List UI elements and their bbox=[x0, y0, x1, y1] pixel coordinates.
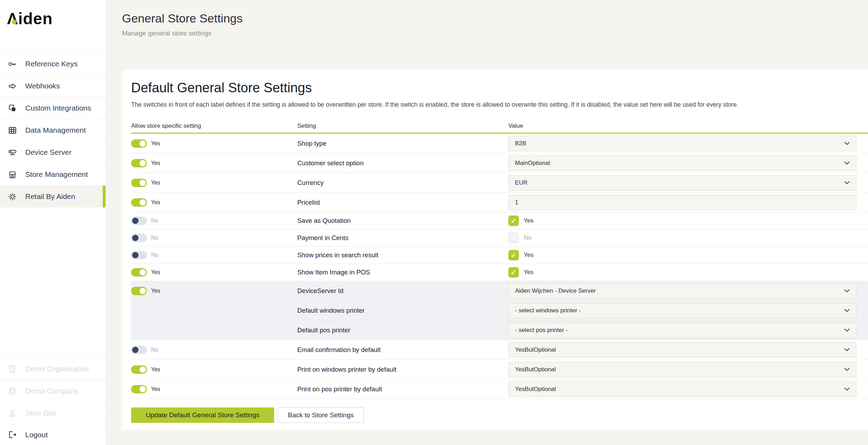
page-header: General Store Settings Manage general st… bbox=[106, 0, 868, 53]
sidebar-item-device-server[interactable]: Device Server bbox=[0, 141, 106, 163]
toggle-state-label: No bbox=[151, 347, 158, 353]
settings-row-currency: Yes Currency EUR bbox=[131, 173, 868, 193]
logo-dot bbox=[12, 20, 16, 24]
sidebar-item-demo-organization[interactable]: Demo Organization bbox=[0, 358, 106, 380]
content-area: Default General Store Settings The switc… bbox=[106, 53, 868, 445]
checkbox-label: Yes bbox=[524, 217, 534, 224]
sidebar-item-retail-by-aiden[interactable]: Retail By Aiden bbox=[0, 185, 106, 207]
chevron-down-icon bbox=[844, 348, 850, 351]
allow-store-toggle[interactable] bbox=[131, 268, 147, 277]
toggle-state-label: No bbox=[151, 218, 158, 224]
allow-cell: Yes bbox=[131, 385, 297, 393]
value-cell bbox=[508, 195, 868, 210]
value-select[interactable]: Aiden Wijchen - Device Server bbox=[508, 283, 856, 299]
value-select[interactable]: - select pos printer - bbox=[508, 323, 856, 338]
selected-value: - select pos printer - bbox=[515, 327, 568, 334]
sidebar-item-webhooks[interactable]: Webhooks bbox=[0, 75, 106, 97]
allow-store-toggle[interactable] bbox=[131, 385, 147, 393]
toggle-knob bbox=[140, 386, 146, 392]
value-select[interactable]: YesButOptional bbox=[508, 342, 856, 358]
toggle-knob bbox=[140, 199, 146, 206]
settings-row-deviceserver-id: Yes DeviceServer Id Aiden Wijchen - Devi… bbox=[131, 281, 868, 301]
allow-cell: Yes bbox=[131, 179, 297, 187]
value-checkbox[interactable]: ✓ bbox=[508, 267, 519, 278]
allow-store-toggle[interactable] bbox=[131, 179, 147, 187]
card-title: Default General Store Settings bbox=[131, 80, 868, 95]
allow-store-toggle[interactable] bbox=[131, 251, 147, 259]
checkbox-wrap: ✓Yes bbox=[508, 215, 856, 226]
allow-cell: No bbox=[131, 346, 297, 354]
chevron-down-icon bbox=[844, 142, 850, 145]
value-checkbox[interactable]: ✓ bbox=[508, 250, 519, 260]
value-cell: YesButOptional bbox=[508, 362, 868, 377]
settings-row-print-on-windows-printer-by-default: Yes Print on windows printer by default … bbox=[131, 360, 868, 379]
toggle-knob bbox=[140, 140, 146, 147]
sidebar-item-reference-keys[interactable]: Reference Keys bbox=[0, 53, 106, 75]
value-select[interactable]: EUR bbox=[508, 175, 856, 191]
allow-cell: No bbox=[131, 234, 297, 242]
setting-label: Show Item Image in POS bbox=[297, 268, 508, 276]
back-to-store-settings-button[interactable]: Back to Store Settings bbox=[278, 407, 364, 423]
sidebar-item-demo-company[interactable]: Demo Company bbox=[0, 380, 106, 402]
sidebar-item-store-management[interactable]: Store Management bbox=[0, 163, 106, 185]
sidebar-item-data-management[interactable]: Data Management bbox=[0, 119, 106, 141]
column-header-value: Value bbox=[508, 122, 868, 129]
chevron-down-icon bbox=[844, 368, 850, 371]
sidebar-item-logout[interactable]: Logout bbox=[0, 424, 106, 445]
sidebar-item-jane-doe[interactable]: Jane Doe bbox=[0, 402, 106, 424]
building-icon bbox=[8, 364, 17, 374]
settings-row-default-pos-printer: Default pos printer - select pos printer… bbox=[131, 320, 868, 340]
value-select[interactable]: B2B bbox=[508, 136, 856, 151]
toggle-state-label: Yes bbox=[151, 180, 160, 186]
value-select[interactable]: MainOptional bbox=[508, 155, 856, 171]
selected-value: YesButOptional bbox=[515, 366, 556, 373]
setting-label: DeviceServer Id bbox=[297, 287, 508, 295]
value-select[interactable]: YesButOptional bbox=[508, 362, 856, 377]
chevron-down-icon bbox=[844, 161, 850, 165]
allow-store-toggle[interactable] bbox=[131, 365, 147, 374]
allow-cell: Yes bbox=[131, 139, 297, 148]
allow-cell: Yes bbox=[131, 159, 297, 167]
sidebar-item-custom-integrations[interactable]: Custom Integrations bbox=[0, 97, 106, 119]
value-select[interactable]: - select windows printer - bbox=[508, 303, 856, 318]
chevron-down-icon bbox=[844, 309, 850, 312]
page-subtitle: Manage general store settings bbox=[122, 29, 868, 37]
allow-store-toggle[interactable] bbox=[131, 198, 147, 207]
value-checkbox[interactable]: ✓ bbox=[508, 233, 519, 243]
allow-store-toggle[interactable] bbox=[131, 139, 147, 148]
sidebar-item-label: Data Management bbox=[25, 126, 86, 134]
settings-row-shop-type: Yes Shop type B2B bbox=[131, 134, 868, 153]
allow-store-toggle[interactable] bbox=[131, 159, 147, 167]
update-settings-button[interactable]: Update Default General Store Settings bbox=[131, 407, 274, 423]
checkbox-label: No bbox=[524, 234, 531, 241]
allow-store-toggle[interactable] bbox=[131, 234, 147, 242]
settings-row-email-confirmation-by-default: No Email confirmation by default YesButO… bbox=[131, 340, 868, 360]
settings-row-show-item-image-in-pos: Yes Show Item Image in POS ✓Yes bbox=[131, 264, 868, 281]
allow-store-toggle[interactable] bbox=[131, 287, 147, 295]
sidebar-item-label: Reference Keys bbox=[25, 60, 77, 68]
setting-label: Print on windows printer by default bbox=[297, 366, 508, 373]
card-description: The switches in front of each label defi… bbox=[131, 101, 868, 108]
value-cell: - select pos printer - bbox=[508, 323, 868, 338]
logout-icon bbox=[8, 430, 17, 439]
value-input[interactable] bbox=[515, 199, 850, 206]
chevron-down-icon bbox=[844, 387, 850, 391]
sidebar-item-label: Demo Company bbox=[25, 387, 79, 395]
key-icon bbox=[8, 59, 17, 69]
sidebar: Λiden Reference Keys Webhooks Custom Int… bbox=[0, 0, 106, 445]
value-checkbox[interactable]: ✓ bbox=[508, 215, 519, 226]
sidebar-item-label: Logout bbox=[25, 431, 48, 439]
allow-store-toggle[interactable] bbox=[131, 217, 147, 225]
toggle-knob bbox=[140, 269, 146, 275]
toggle-state-label: Yes bbox=[151, 199, 160, 206]
allow-cell: Yes bbox=[131, 198, 297, 207]
value-select[interactable]: YesButOptional bbox=[508, 381, 856, 397]
value-cell: EUR bbox=[508, 175, 868, 191]
server-icon bbox=[8, 148, 17, 157]
sidebar-footer: Demo Organization Demo Company Jane Doe … bbox=[0, 358, 106, 445]
allow-store-toggle[interactable] bbox=[131, 346, 147, 354]
chevron-down-icon bbox=[844, 289, 850, 292]
settings-row-save-as-quotation: No Save as Quotation ✓Yes bbox=[131, 212, 868, 230]
sidebar-nav: Reference Keys Webhooks Custom Integrati… bbox=[0, 53, 106, 207]
person-icon bbox=[8, 409, 17, 418]
